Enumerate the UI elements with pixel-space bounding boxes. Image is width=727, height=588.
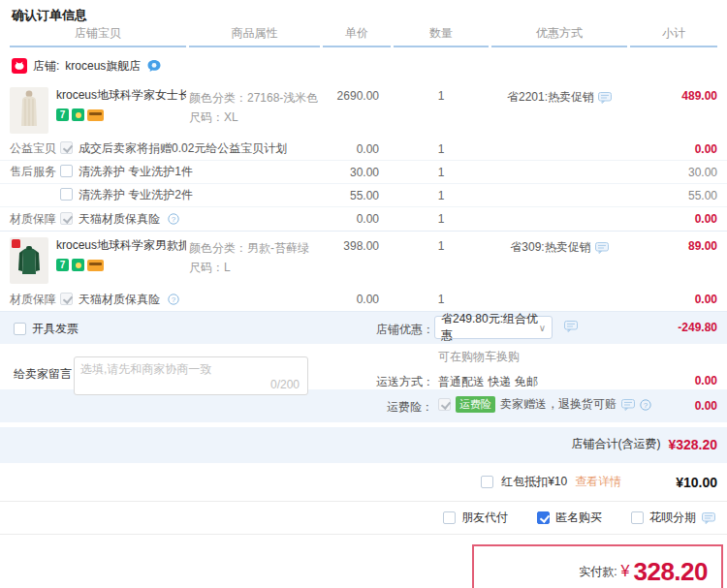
unit-price: 398.00 [323, 237, 391, 253]
huabei-label: 花呗分期 [649, 510, 696, 526]
wash1-checkbox[interactable] [60, 165, 73, 177]
quantity: 1 [394, 237, 489, 253]
invoice-option[interactable]: 开具发票 [14, 321, 79, 337]
currency-symbol: ¥ [621, 563, 630, 580]
column-header-item: 店铺宝贝 [10, 25, 186, 47]
quantity: 1 [394, 293, 489, 306]
payment-amount: 328.20 [633, 557, 708, 587]
attr-color: 颜色分类：男款-苔藓绿 [189, 238, 320, 258]
charity-icon [72, 259, 84, 271]
chevron-down-icon: ∨ [539, 323, 546, 333]
order-confirm-page: 确认订单信息 店铺宝贝 商品属性 单价 数量 优惠方式 小计 店铺: kroce… [0, 0, 727, 588]
attr-size: 尺码：XL [189, 108, 320, 127]
subtotal: 55.00 [630, 189, 717, 202]
red-packet-checkbox[interactable] [481, 476, 493, 488]
service-text: 天猫材质保真险 [79, 212, 160, 226]
column-header-subtotal: 小计 [630, 25, 717, 47]
invoice-checkbox[interactable] [14, 323, 26, 335]
product-attributes: 颜色分类：27168-浅米色 尺码：XL [189, 87, 320, 128]
shipping-value: 普通配送 快递 免邮 [438, 374, 538, 390]
comment-icon[interactable] [621, 399, 635, 411]
subtotal: 0.00 [630, 293, 717, 306]
card-payment-icon [87, 260, 104, 271]
product-title[interactable]: kroceus地球科学家男款抓绒保... [56, 237, 186, 254]
quantity: 1 [394, 142, 489, 156]
product-attributes: 颜色分类：男款-苔藓绿 尺码：L [189, 237, 320, 278]
invoice-label: 开具发票 [32, 321, 79, 337]
pay-option-friend[interactable]: 朋友代付 [443, 510, 508, 526]
store-discount-value: 省249.80元:组合优惠 [441, 311, 539, 344]
anonymous-checkbox[interactable] [537, 511, 550, 524]
unit-price: 0.00 [323, 142, 391, 156]
unit-price: 0.00 [323, 293, 391, 306]
pay-option-anonymous[interactable]: 匿名购买 [537, 510, 602, 526]
charity-checkbox [60, 141, 73, 154]
order-summary-section: 开具发票 店铺优惠： 省249.80元:组合优惠 ∨ -249.80 可在购物车… [0, 312, 727, 463]
comment-icon[interactable] [595, 242, 609, 254]
store-discount-label: 店铺优惠： [376, 322, 434, 338]
quantity: 1 [394, 87, 489, 103]
store-discount-select[interactable]: 省249.80元:组合优惠 ∨ [434, 316, 553, 339]
service-text: 清洗养护 专业洗护1件 [79, 165, 193, 178]
service-text: 天猫材质保真险 [79, 293, 160, 306]
huabei-checkbox[interactable] [631, 511, 644, 524]
product-thumbnail[interactable] [10, 237, 48, 284]
wash2-checkbox[interactable] [60, 188, 73, 201]
quantity: 1 [394, 212, 489, 226]
product-title[interactable]: kroceus地球科学家女士长款羽... [56, 87, 186, 104]
service-row-wash1: 售后服务清洗养护 专业洗护1件 30.00 1 30.00 [0, 161, 727, 184]
service-text: 成交后卖家将捐赠0.02元给公益宝贝计划 [79, 141, 287, 155]
comment-icon[interactable] [564, 321, 578, 332]
store-total-row: 店铺合计(含运费) ¥328.20 [571, 436, 717, 452]
discount-text: 省2201:热卖促销 [507, 89, 594, 106]
store-chat-icon[interactable] [146, 59, 162, 74]
column-header-discount: 优惠方式 [491, 25, 627, 47]
tmall-icon [12, 58, 27, 74]
service-row-wash2: 清洗养护 专业洗护2件 55.00 1 55.00 [0, 184, 727, 207]
payment-total-box: 实付款: ¥ 328.20 [472, 544, 723, 588]
store-header: 店铺: kroceus旗舰店 [0, 46, 727, 81]
subtotal: 489.00 [630, 87, 717, 103]
service-row-material1: 材质保障天猫材质保真险 ? 0.00 1 0.00 [0, 207, 727, 231]
product-thumbnail[interactable] [10, 87, 48, 134]
svg-text:?: ? [644, 400, 648, 409]
unit-price: 30.00 [323, 166, 391, 179]
freight-insurance-checkbox [438, 398, 451, 411]
store-name-link[interactable]: kroceus旗舰店 [65, 58, 141, 75]
question-icon[interactable]: ? [168, 294, 179, 305]
friend-pay-checkbox[interactable] [443, 511, 456, 524]
freight-insurance-row: 运费险 卖家赠送，退换货可赔 ? [438, 396, 651, 413]
freight-insurance-badge: 运费险 [456, 396, 495, 413]
question-icon[interactable]: ? [640, 399, 651, 411]
table-header: 店铺宝贝 商品属性 单价 数量 优惠方式 小计 [0, 21, 727, 46]
red-packet-label: 红包抵扣¥10 [501, 474, 567, 490]
store-label: 店铺: [33, 58, 59, 75]
row-label: 材质保障 [10, 211, 60, 228]
anonymous-label: 匿名购买 [555, 510, 602, 526]
red-packet-details-link[interactable]: 查看详情 [575, 474, 621, 490]
seven-day-return-icon: 7 [56, 259, 69, 271]
freight-insurance-text: 卖家赠送，退换货可赔 [500, 396, 616, 413]
seven-day-return-icon: 7 [56, 108, 69, 121]
product-badges: 7 [56, 108, 186, 121]
service-text: 清洗养护 专业洗护2件 [79, 188, 193, 201]
card-payment-icon [87, 109, 104, 121]
comment-icon[interactable] [702, 512, 715, 524]
store-discount-amount: -249.80 [678, 321, 717, 334]
red-packet-row: 红包抵扣¥10 查看详情 ¥10.00 [0, 463, 727, 502]
subtotal: 0.00 [630, 212, 717, 226]
friend-pay-label: 朋友代付 [461, 510, 508, 526]
payment-label: 实付款: [579, 564, 616, 580]
svg-text:?: ? [172, 215, 176, 224]
store-discount-note: 可在购物车换购 [438, 349, 520, 365]
attr-color: 颜色分类：27168-浅米色 [189, 88, 320, 108]
unit-price: 55.00 [323, 189, 391, 202]
product-row: kroceus地球科学家男款抓绒保... 7 颜色分类：男款-苔藓绿 尺码：L … [0, 232, 727, 288]
question-icon[interactable]: ? [168, 213, 179, 225]
quantity: 1 [394, 166, 489, 179]
pay-option-huabei[interactable]: 花呗分期 [631, 510, 715, 526]
highlight-band [0, 312, 727, 344]
subtotal: 30.00 [630, 166, 717, 179]
comment-icon[interactable] [598, 92, 612, 104]
store-total-label: 店铺合计(含运费) [571, 436, 660, 452]
